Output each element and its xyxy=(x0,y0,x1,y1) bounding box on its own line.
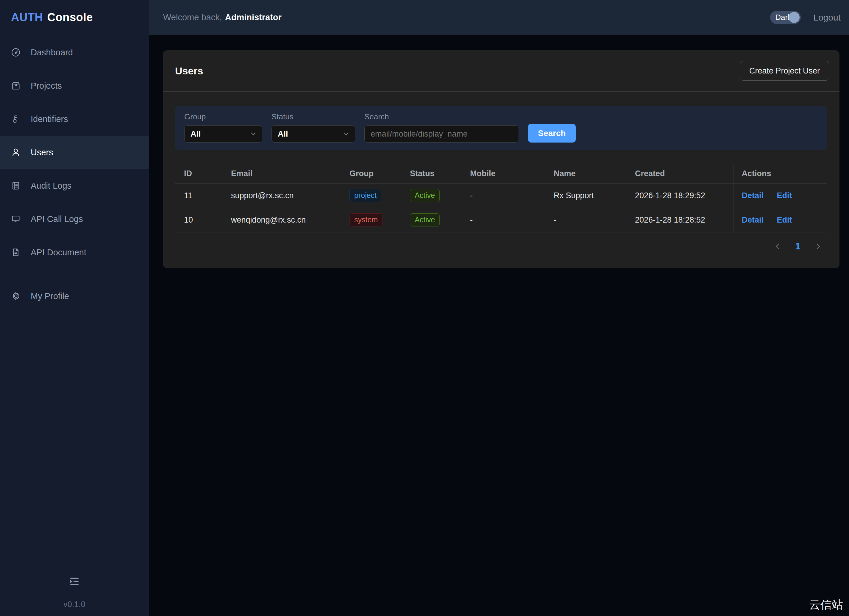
sidebar-item-label: Users xyxy=(31,147,53,158)
column-header-actions: Actions xyxy=(733,164,827,183)
sidebar-divider xyxy=(6,274,143,274)
welcome-message: Welcome back,Administrator xyxy=(163,12,282,22)
sidebar-footer-divider xyxy=(0,567,149,567)
status-badge: Active xyxy=(410,189,440,202)
sidebar-item-identifiers[interactable]: Identifiers xyxy=(0,103,149,136)
sidebar-item-api-call-logs[interactable]: API Call Logs xyxy=(0,202,149,236)
topbar: Welcome back,Administrator Dark Logout xyxy=(149,0,849,35)
sidebar-item-projects[interactable]: Projects xyxy=(0,69,149,103)
notebook-icon xyxy=(11,181,21,191)
cell-id: 10 xyxy=(175,208,231,232)
status-filter-label: Status xyxy=(271,112,355,121)
pagination: 1 xyxy=(163,240,840,253)
table-header-row: ID Email Group Status Mobile Name Create… xyxy=(175,164,827,183)
cell-mobile: - xyxy=(470,183,554,208)
next-page-button[interactable] xyxy=(814,242,822,251)
app-logo: AUTH Console xyxy=(0,0,149,35)
cell-status: Active xyxy=(410,208,470,232)
sidebar-item-label: My Profile xyxy=(31,291,69,301)
logo-text-secondary: Console xyxy=(47,11,93,24)
create-project-user-button[interactable]: Create Project User xyxy=(740,61,829,80)
search-input[interactable] xyxy=(364,125,519,143)
column-header-created: Created xyxy=(635,164,733,183)
sidebar-item-label: API Call Logs xyxy=(31,214,83,224)
sidebar-item-label: Identifiers xyxy=(31,114,68,124)
box-icon xyxy=(11,80,21,91)
cell-actions: Detail Edit xyxy=(733,183,827,208)
cell-mobile: - xyxy=(470,208,554,232)
cell-group: system xyxy=(350,208,410,232)
status-select-value: All xyxy=(278,129,288,139)
chevron-down-icon xyxy=(249,130,257,138)
users-card: Users Create Project User Group All Stat… xyxy=(163,50,840,268)
cell-id: 11 xyxy=(175,183,231,208)
sidebar-item-label: Audit Logs xyxy=(31,181,71,191)
cell-email: support@rx.sc.cn xyxy=(231,183,350,208)
previous-page-button[interactable] xyxy=(773,242,782,251)
status-select[interactable]: All xyxy=(271,125,355,143)
filter-panel: Group All Status All Search Search xyxy=(175,106,827,150)
monitor-icon xyxy=(11,214,21,224)
chevron-right-icon xyxy=(814,242,822,251)
logo-text-primary: AUTH xyxy=(11,11,43,24)
search-filter-label: Search xyxy=(364,112,519,121)
column-header-name: Name xyxy=(554,164,635,183)
cell-name: - xyxy=(554,208,635,232)
column-header-email: Email xyxy=(231,164,350,183)
edit-link[interactable]: Edit xyxy=(777,216,792,225)
column-header-mobile: Mobile xyxy=(470,164,554,183)
cell-name: Rx Support xyxy=(554,183,635,208)
table-row: 11 support@rx.sc.cn project Active - Rx … xyxy=(175,183,827,208)
key-icon xyxy=(11,114,21,124)
app-version: v0.1.0 xyxy=(0,600,149,609)
cell-actions: Detail Edit xyxy=(733,208,827,232)
sidebar-collapse-button[interactable] xyxy=(67,574,82,589)
users-table: ID Email Group Status Mobile Name Create… xyxy=(175,164,827,232)
user-icon xyxy=(11,147,21,158)
sidebar-item-audit-logs[interactable]: Audit Logs xyxy=(0,169,149,202)
cell-group: project xyxy=(350,183,410,208)
cell-created: 2026-1-28 18:28:52 xyxy=(635,208,733,232)
gauge-icon xyxy=(11,47,21,57)
group-badge: system xyxy=(350,213,383,226)
cell-created: 2026-1-28 18:29:52 xyxy=(635,183,733,208)
sidebar-item-label: Dashboard xyxy=(31,48,73,57)
column-header-status: Status xyxy=(410,164,470,183)
welcome-prefix: Welcome back, xyxy=(163,12,222,22)
detail-link[interactable]: Detail xyxy=(742,216,764,225)
sidebar-item-my-profile[interactable]: My Profile xyxy=(0,280,149,313)
menu-fold-icon xyxy=(68,575,81,588)
username: Administrator xyxy=(225,12,282,22)
chevron-left-icon xyxy=(773,242,782,251)
sidebar-item-label: API Document xyxy=(31,248,86,257)
edit-link[interactable]: Edit xyxy=(777,191,792,200)
column-header-id: ID xyxy=(175,164,231,183)
cell-status: Active xyxy=(410,183,470,208)
sidebar-nav: Dashboard Projects Identifiers xyxy=(0,36,149,313)
sidebar-item-users[interactable]: Users xyxy=(0,136,149,169)
table-row: 10 wenqidong@rx.sc.cn system Active - - … xyxy=(175,208,827,232)
sidebar-item-dashboard[interactable]: Dashboard xyxy=(0,36,149,69)
chevron-down-icon xyxy=(343,130,350,138)
page-title: Users xyxy=(175,65,203,77)
detail-link[interactable]: Detail xyxy=(742,191,764,200)
group-select[interactable]: All xyxy=(184,125,262,143)
group-select-value: All xyxy=(191,129,201,139)
theme-toggle[interactable]: Dark xyxy=(770,11,801,24)
sidebar-item-label: Projects xyxy=(31,81,62,91)
group-badge: project xyxy=(350,189,381,202)
toggle-knob xyxy=(789,12,800,23)
group-filter-label: Group xyxy=(184,112,262,121)
search-button[interactable]: Search xyxy=(528,124,576,143)
logout-button[interactable]: Logout xyxy=(813,12,841,22)
sidebar: AUTH Console Dashboard Projects xyxy=(0,0,149,616)
document-icon xyxy=(11,247,21,257)
page-number[interactable]: 1 xyxy=(795,241,800,252)
watermark-text: 云信站 xyxy=(809,597,843,612)
column-header-group: Group xyxy=(350,164,410,183)
cell-email: wenqidong@rx.sc.cn xyxy=(231,208,350,232)
gear-icon xyxy=(11,291,21,301)
status-badge: Active xyxy=(410,213,440,226)
card-header: Users Create Project User xyxy=(163,50,840,92)
sidebar-item-api-document[interactable]: API Document xyxy=(0,236,149,269)
